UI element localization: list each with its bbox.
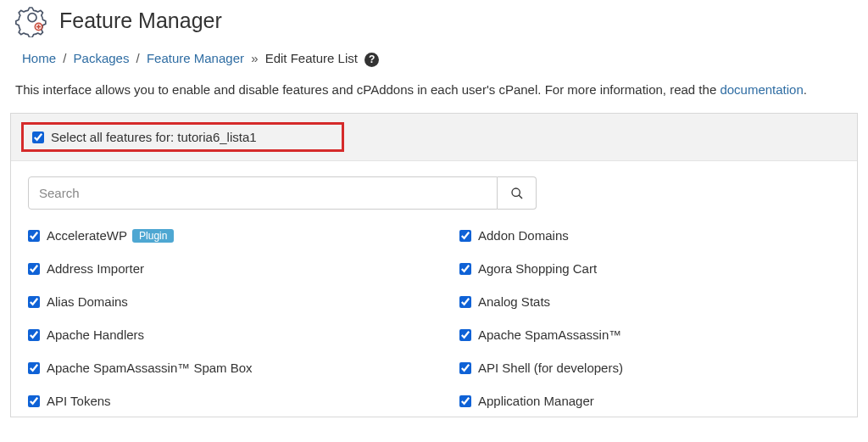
breadcrumb-sep: » — [251, 51, 258, 65]
feature-label: Address Importer — [47, 261, 144, 276]
feature-checkbox[interactable] — [459, 230, 471, 242]
feature-item: Address Importer — [28, 261, 409, 276]
feature-item: Agora Shopping Cart — [459, 261, 840, 276]
search-icon — [510, 187, 524, 200]
select-all-highlight: Select all features for: tutoria6_lista1 — [21, 122, 344, 152]
search-button[interactable] — [498, 176, 537, 210]
features-panel: Select all features for: tutoria6_lista1… — [10, 113, 858, 417]
feature-checkbox[interactable] — [28, 395, 40, 407]
select-all-checkbox[interactable] — [32, 131, 44, 143]
feature-item: Application Manager — [459, 394, 840, 408]
feature-checkbox[interactable] — [28, 230, 40, 242]
feature-item: Addon Domains — [459, 228, 840, 243]
svg-point-0 — [28, 14, 36, 22]
feature-label: API Shell (for developers) — [478, 361, 623, 375]
search-input[interactable] — [28, 176, 498, 210]
feature-checkbox[interactable] — [459, 395, 471, 407]
documentation-link[interactable]: documentation — [720, 82, 803, 97]
select-all-label: Select all features for: tutoria6_lista1 — [51, 130, 257, 144]
breadcrumb-sep: / — [136, 51, 140, 65]
feature-checkbox[interactable] — [28, 263, 40, 275]
feature-checkbox[interactable] — [459, 296, 471, 308]
breadcrumb-sep: / — [63, 51, 66, 65]
feature-item: API Tokens — [28, 394, 409, 408]
breadcrumb: Home / Packages / Feature Manager » Edit… — [0, 48, 868, 81]
breadcrumb-packages[interactable]: Packages — [74, 51, 130, 65]
panel-body: AccelerateWP Plugin Addon Domains Addres… — [11, 161, 857, 417]
feature-item: Alias Domains — [28, 294, 409, 309]
feature-item: Analog Stats — [459, 294, 840, 309]
plugin-badge: Plugin — [132, 229, 174, 243]
feature-item: API Shell (for developers) — [459, 361, 840, 375]
feature-item: Apache SpamAssassin™ Spam Box — [28, 361, 409, 375]
breadcrumb-home[interactable]: Home — [22, 51, 56, 65]
breadcrumb-current: Edit Feature List — [265, 51, 358, 65]
feature-checkbox[interactable] — [459, 329, 471, 341]
feature-checkbox[interactable] — [28, 362, 40, 374]
features-grid: AccelerateWP Plugin Addon Domains Addres… — [28, 228, 840, 408]
select-all-row: Select all features for: tutoria6_lista1 — [11, 114, 857, 161]
feature-label: AccelerateWP — [47, 228, 127, 243]
intro-before: This interface allows you to enable and … — [15, 82, 720, 97]
feature-label: Apache SpamAssassin™ — [478, 327, 621, 342]
feature-checkbox[interactable] — [28, 296, 40, 308]
search-group — [28, 176, 537, 210]
svg-line-5 — [519, 195, 522, 199]
feature-label: Apache Handlers — [47, 327, 144, 342]
feature-label: Agora Shopping Cart — [478, 261, 597, 276]
feature-label: Application Manager — [478, 394, 594, 408]
page-header: Feature Manager — [0, 0, 868, 48]
help-icon[interactable]: ? — [364, 53, 379, 67]
breadcrumb-feature-manager[interactable]: Feature Manager — [147, 51, 244, 65]
intro-text: This interface allows you to enable and … — [0, 81, 868, 114]
feature-label: Analog Stats — [478, 294, 550, 309]
gear-icon — [15, 3, 49, 37]
feature-label: Addon Domains — [478, 228, 569, 243]
feature-label: Apache SpamAssassin™ Spam Box — [47, 361, 253, 375]
feature-item: Apache Handlers — [28, 327, 409, 342]
feature-checkbox[interactable] — [459, 263, 471, 275]
intro-after: . — [804, 82, 807, 97]
feature-label: Alias Domains — [47, 294, 128, 309]
feature-checkbox[interactable] — [28, 329, 40, 341]
feature-checkbox[interactable] — [459, 362, 471, 374]
feature-item: AccelerateWP Plugin — [28, 228, 409, 243]
page-title: Feature Manager — [59, 8, 222, 33]
svg-point-4 — [512, 188, 520, 196]
feature-label: API Tokens — [47, 394, 111, 408]
feature-item: Apache SpamAssassin™ — [459, 327, 840, 342]
